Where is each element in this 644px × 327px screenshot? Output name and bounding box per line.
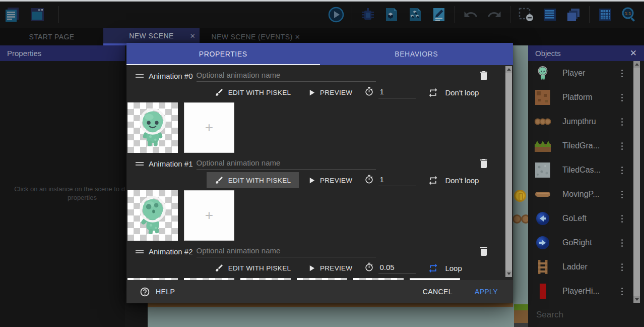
project-manager-icon[interactable]	[4, 6, 20, 23]
help-button[interactable]: HELP	[140, 287, 175, 297]
object-label: GoLeft	[562, 214, 621, 223]
delete-animation-icon[interactable]	[478, 70, 490, 82]
scene-log-sprite	[521, 214, 528, 224]
plus-icon: +	[205, 120, 213, 136]
object-label: PlayerHi...	[562, 287, 621, 296]
object-item-movingplatform[interactable]: MovingP...	[528, 182, 644, 206]
object-item-tiledcastle[interactable]: TiledCas...	[528, 158, 644, 182]
edit-with-piskel-button[interactable]: EDIT WITH PISKEL	[207, 84, 299, 100]
preview-button[interactable]: PREVIEW	[301, 260, 359, 276]
zoom-1-1-icon[interactable]: 1:1	[621, 6, 637, 23]
redo-icon[interactable]	[486, 6, 502, 23]
object-item-player[interactable]: Player	[528, 61, 644, 85]
gdevelop-window: 1:1 START PAGE NEW SCENE ✕ NEW SCENE (EV…	[0, 0, 644, 327]
kebab-menu-icon[interactable]	[621, 70, 623, 77]
edit-with-piskel-button[interactable]: EDIT WITH PISKEL	[207, 172, 299, 188]
repeat-icon[interactable]	[428, 263, 438, 274]
kebab-menu-icon[interactable]	[621, 263, 623, 271]
tab-behaviors[interactable]: BEHAVIORS	[320, 43, 513, 65]
plus-icon: +	[205, 207, 213, 224]
scroll-down-icon[interactable]	[633, 296, 640, 303]
scroll-up-icon[interactable]	[505, 66, 512, 73]
tab-start-page[interactable]: START PAGE	[0, 28, 103, 45]
animation-title: Animation #0	[149, 72, 193, 80]
scene-log-sprite	[512, 214, 522, 224]
edit-with-piskel-button[interactable]: EDIT WITH PISKEL	[207, 260, 299, 276]
object-item-tiledgrass[interactable]: TiledGra...	[528, 134, 644, 158]
add-frame-button[interactable]: +	[184, 102, 234, 153]
preview-button[interactable]: PREVIEW	[301, 172, 359, 188]
grid-icon[interactable]	[597, 6, 613, 23]
object-item-playerhitbox[interactable]: PlayerHi...	[528, 279, 644, 303]
repeat-icon[interactable]	[428, 175, 438, 186]
tab-properties[interactable]: PROPERTIES	[126, 43, 320, 65]
scroll-up-icon[interactable]	[633, 61, 640, 68]
animation-title: Animation #1	[149, 159, 193, 168]
delete-animation-icon[interactable]	[478, 245, 490, 257]
repeat-icon[interactable]	[428, 87, 438, 98]
object-item-platform[interactable]: Platform	[528, 85, 644, 110]
object-item-goleft[interactable]: GoLeft	[528, 206, 644, 231]
loop-toggle-label[interactable]: Don't loop	[445, 88, 479, 97]
start-page-icon[interactable]	[29, 6, 45, 23]
delete-animation-icon[interactable]	[478, 157, 490, 170]
tab-close-icon[interactable]: ✕	[295, 33, 300, 41]
objects-scrollbar[interactable]	[633, 61, 640, 303]
loop-toggle-label[interactable]: Loop	[445, 264, 462, 272]
scene-grass-tile	[514, 304, 528, 310]
animation-name-input[interactable]	[197, 157, 376, 170]
instances-list-icon[interactable]	[542, 6, 558, 23]
undo-icon[interactable]	[463, 6, 479, 23]
platform-thumbnail	[534, 89, 551, 106]
tab-close-icon[interactable]: ✕	[190, 32, 196, 40]
ladder-thumbnail	[534, 258, 551, 276]
kebab-menu-icon[interactable]	[621, 215, 623, 223]
apply-button[interactable]: APPLY	[475, 288, 498, 296]
animation-title: Animation #2	[149, 247, 193, 256]
edit-with-piskel-label: EDIT WITH PISKEL	[228, 264, 291, 272]
play-icon[interactable]	[328, 6, 344, 23]
time-between-frames-input[interactable]	[378, 86, 416, 98]
kebab-menu-icon[interactable]	[621, 118, 623, 126]
object-item-goright[interactable]: GoRight	[528, 231, 644, 255]
preview-label: PREVIEW	[320, 89, 352, 96]
preview-button[interactable]: PREVIEW	[301, 84, 359, 100]
drag-handle-icon[interactable]	[136, 74, 144, 78]
frame-thumbnail[interactable]	[127, 190, 178, 241]
tab-label: START PAGE	[29, 33, 74, 41]
debug-icon[interactable]	[360, 6, 376, 23]
object-item-jumpthru[interactable]: Jumpthru	[528, 110, 644, 134]
object-editor-tabs: PROPERTIES BEHAVIORS	[126, 43, 513, 65]
kebab-menu-icon[interactable]	[621, 167, 623, 174]
tab-properties-label: PROPERTIES	[199, 50, 247, 58]
layers-icon[interactable]	[565, 6, 582, 23]
drag-handle-icon[interactable]	[136, 250, 144, 253]
close-icon[interactable]: ✕	[630, 48, 637, 59]
drag-handle-icon[interactable]	[136, 162, 144, 166]
kebab-menu-icon[interactable]	[621, 288, 623, 295]
animation-name-input[interactable]	[197, 70, 376, 82]
edit-scene-icon[interactable]	[431, 6, 447, 23]
time-between-frames-input[interactable]	[378, 262, 416, 274]
kebab-menu-icon[interactable]	[621, 94, 623, 101]
object-item-ladder[interactable]: Ladder	[528, 255, 644, 279]
loop-toggle-label[interactable]: Don't loop	[445, 176, 479, 185]
new-object-icon[interactable]	[383, 6, 400, 23]
animation-block-1: Animation #1 EDIT WITH PISKEL	[126, 155, 513, 243]
dialog-scrollbar[interactable]	[505, 66, 512, 277]
search-input[interactable]	[536, 310, 644, 320]
scroll-down-icon[interactable]	[505, 270, 512, 277]
time-between-frames-input[interactable]	[378, 174, 416, 186]
toolbar-separator	[58, 6, 59, 23]
jumpthru-thumbnail	[534, 113, 551, 130]
kebab-menu-icon[interactable]	[621, 191, 623, 198]
kebab-menu-icon[interactable]	[621, 239, 623, 247]
kebab-menu-icon[interactable]	[621, 142, 623, 150]
object-groups-icon[interactable]	[407, 6, 423, 23]
animation-name-input[interactable]	[197, 245, 376, 257]
add-frame-button[interactable]: +	[184, 190, 234, 241]
toolbar-separator	[510, 6, 510, 23]
cancel-button[interactable]: CANCEL	[423, 288, 453, 296]
frame-thumbnail[interactable]	[127, 102, 178, 153]
delete-selection-icon[interactable]	[518, 6, 534, 23]
